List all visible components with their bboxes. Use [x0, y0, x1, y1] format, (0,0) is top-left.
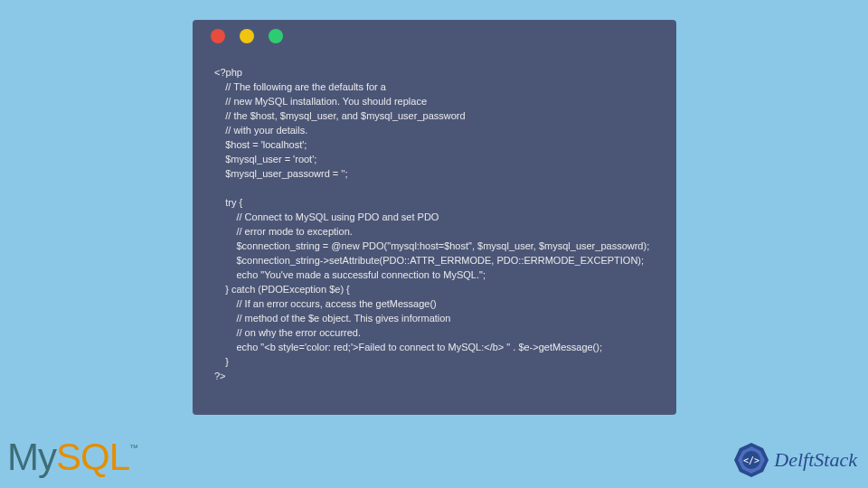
window-titlebar	[193, 20, 676, 52]
mysql-logo: MySQL™	[7, 436, 137, 479]
mysql-logo-my: My	[7, 436, 56, 478]
maximize-icon[interactable]	[269, 29, 283, 43]
code-window: <?php // The following are the defaults …	[193, 20, 676, 415]
svg-text:</>: </>	[743, 455, 760, 465]
code-content: <?php // The following are the defaults …	[193, 52, 676, 396]
close-icon[interactable]	[211, 29, 225, 43]
minimize-icon[interactable]	[240, 29, 254, 43]
delftstack-icon: </>	[732, 441, 770, 479]
delftstack-text: DelftStack	[774, 448, 857, 472]
delftstack-logo: </> DelftStack	[732, 441, 857, 479]
mysql-logo-sql: SQL	[56, 436, 129, 478]
mysql-logo-tm: ™	[129, 443, 137, 453]
